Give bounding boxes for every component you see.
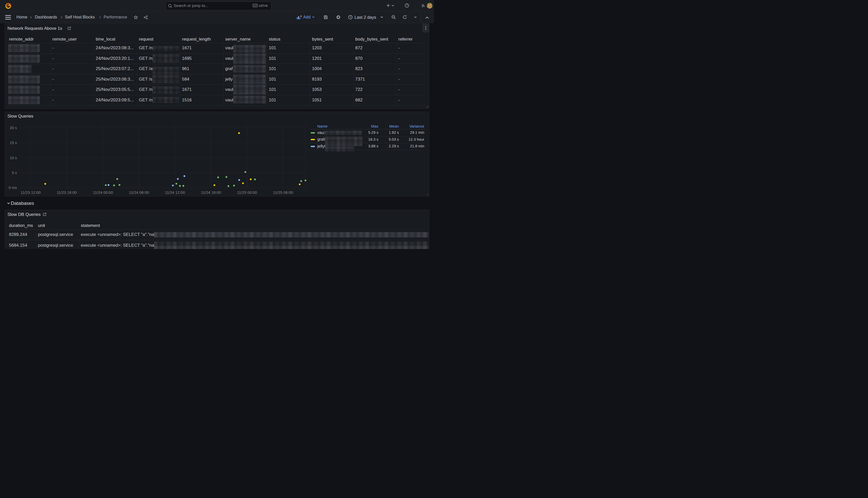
svg-text:?: ?	[406, 4, 408, 7]
